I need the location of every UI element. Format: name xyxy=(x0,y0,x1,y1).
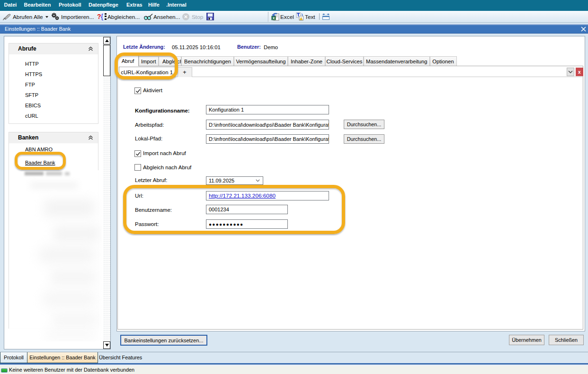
svg-text:X: X xyxy=(272,16,275,20)
